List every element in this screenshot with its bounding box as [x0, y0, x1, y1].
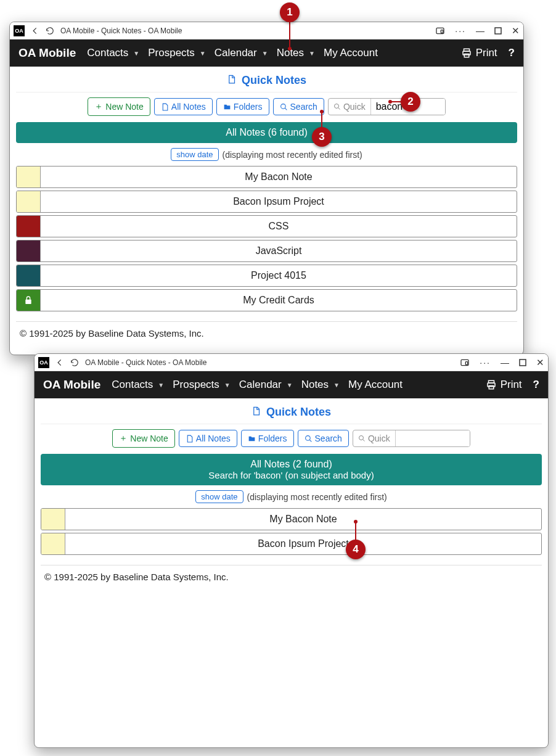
show-date-button[interactable]: show date — [171, 148, 218, 161]
brand[interactable]: OA Mobile — [18, 46, 76, 60]
note-color-swatch — [17, 265, 40, 286]
page-title-text: Quick Notes — [242, 74, 306, 86]
titlebar: OA OA Mobile - Quick Notes - OA Mobile ·… — [10, 22, 523, 39]
nav-contacts[interactable]: Contacts — [87, 47, 128, 59]
folders-button[interactable]: Folders — [216, 98, 269, 115]
app-icon: OA — [38, 357, 49, 368]
titlebar: OA OA Mobile - Quick Notes - OA Mobile ·… — [35, 354, 548, 371]
note-row[interactable]: Project 4015 — [16, 265, 517, 287]
nav-notes[interactable]: Notes — [301, 379, 329, 391]
nav-calendar[interactable]: Calendar — [239, 379, 282, 391]
results-header-text: All Notes (6 found) — [18, 127, 515, 138]
search-button[interactable]: Search — [298, 430, 349, 447]
nav-my-account[interactable]: My Account — [348, 379, 403, 391]
search-button[interactable]: Search — [273, 98, 324, 115]
annotation-connector — [355, 521, 356, 541]
annotation-badge-1: 1 — [280, 2, 300, 22]
annotation-badge-4: 4 — [346, 540, 366, 559]
more-icon[interactable]: ··· — [480, 358, 491, 368]
maximize-icon[interactable] — [494, 27, 502, 35]
note-color-swatch — [17, 216, 40, 237]
chevron-down-icon[interactable]: ▼ — [158, 382, 164, 388]
quick-label: Quick — [353, 430, 396, 446]
note-row[interactable]: CSS — [16, 215, 517, 237]
browser-window-bottom: OA OA Mobile - Quick Notes - OA Mobile ·… — [34, 353, 549, 748]
search-icon — [358, 435, 366, 442]
lock-icon — [23, 295, 33, 305]
all-notes-button[interactable]: All Notes — [154, 98, 213, 115]
note-title: Bacon Ipsum Project — [65, 533, 541, 554]
document-icon — [227, 74, 239, 86]
note-color-swatch — [17, 240, 40, 261]
chevron-down-icon[interactable]: ▼ — [133, 50, 139, 57]
chevron-down-icon[interactable]: ▼ — [309, 50, 315, 57]
nav-help[interactable]: ? — [533, 379, 539, 391]
note-color-swatch — [17, 166, 40, 187]
note-title: JavaScript — [40, 240, 517, 261]
svg-rect-2 — [495, 28, 501, 34]
new-note-button[interactable]: ＋New Note — [88, 97, 150, 116]
close-icon[interactable]: ✕ — [536, 357, 544, 368]
refresh-icon[interactable] — [46, 27, 54, 35]
sort-row: show date (displaying most recently edit… — [41, 490, 542, 503]
search-icon — [280, 103, 288, 111]
note-row[interactable]: My Credit Cards — [16, 289, 517, 311]
annotation-badge-2: 2 — [401, 92, 420, 112]
nav-my-account[interactable]: My Account — [324, 47, 378, 59]
chevron-down-icon[interactable]: ▼ — [333, 382, 340, 388]
folders-button[interactable]: Folders — [241, 430, 294, 447]
nav-print[interactable]: Print — [476, 47, 497, 59]
brand[interactable]: OA Mobile — [43, 378, 100, 392]
page-title: Quick Notes — [41, 406, 542, 424]
more-icon[interactable]: ··· — [455, 26, 466, 36]
minimize-icon[interactable]: — — [501, 358, 509, 368]
back-icon[interactable] — [31, 27, 39, 35]
quick-label: Quick — [329, 99, 371, 115]
close-icon[interactable]: ✕ — [512, 25, 520, 36]
minimize-icon[interactable]: — — [476, 26, 484, 36]
chevron-down-icon[interactable]: ▼ — [287, 382, 293, 388]
new-note-button[interactable]: ＋New Note — [112, 429, 174, 448]
document-icon — [186, 435, 194, 443]
back-icon[interactable] — [55, 358, 64, 367]
nav-contacts[interactable]: Contacts — [112, 379, 153, 391]
note-row[interactable]: My Bacon Note — [41, 508, 542, 530]
folder-icon — [248, 435, 256, 443]
nav-calendar[interactable]: Calendar — [215, 47, 257, 59]
nav-print[interactable]: Print — [501, 379, 522, 391]
document-icon — [251, 406, 264, 418]
sort-row: show date (displaying most recently edit… — [16, 148, 517, 161]
quick-search-input[interactable] — [396, 430, 470, 446]
annotation-dot — [388, 100, 392, 104]
svg-point-7 — [334, 104, 338, 109]
print-icon[interactable] — [486, 379, 497, 390]
note-row[interactable]: Bacon Ipsum Project — [16, 191, 517, 213]
cast-icon[interactable] — [460, 358, 470, 368]
copyright: © 1991-2025 by Baseline Data Systems, In… — [41, 572, 542, 591]
show-date-button[interactable]: show date — [195, 490, 243, 503]
maximize-icon[interactable] — [519, 359, 526, 366]
plus-icon: ＋ — [94, 101, 103, 112]
note-row[interactable]: My Bacon Note — [16, 166, 517, 188]
folder-icon — [223, 103, 231, 111]
refresh-icon[interactable] — [70, 358, 79, 367]
chevron-down-icon[interactable]: ▼ — [224, 382, 231, 388]
all-notes-button[interactable]: All Notes — [179, 430, 237, 447]
svg-point-15 — [359, 436, 363, 440]
nav-prospects[interactable]: Prospects — [173, 379, 219, 391]
copyright: © 1991-2025 by Baseline Data Systems, In… — [16, 328, 517, 347]
chevron-down-icon[interactable]: ▼ — [200, 50, 206, 57]
print-icon[interactable] — [461, 47, 472, 59]
cast-icon[interactable] — [435, 26, 445, 36]
annotation-dot — [354, 520, 358, 524]
nav-help[interactable]: ? — [509, 47, 515, 59]
note-title: My Bacon Note — [40, 166, 517, 187]
note-row[interactable]: Bacon Ipsum Project — [41, 533, 542, 555]
note-title: Bacon Ipsum Project — [40, 191, 517, 212]
svg-point-14 — [305, 435, 310, 440]
chevron-down-icon[interactable]: ▼ — [262, 50, 268, 57]
app-icon: OA — [14, 25, 25, 36]
note-row[interactable]: JavaScript — [16, 240, 517, 262]
window-title: OA Mobile - Quick Notes - OA Mobile — [60, 27, 182, 35]
nav-prospects[interactable]: Prospects — [148, 47, 195, 59]
